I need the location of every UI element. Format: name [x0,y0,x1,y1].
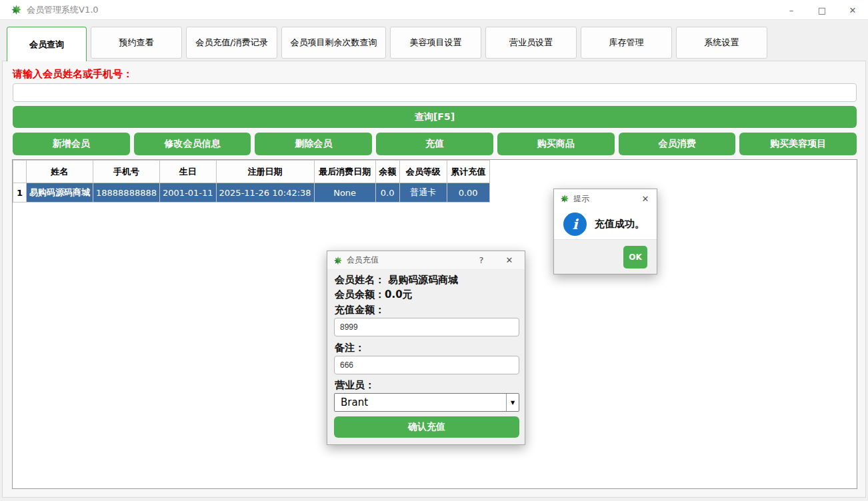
delete-member-button[interactable]: 删除会员 [255,133,372,155]
message-box-body: i 充值成功。 [554,208,657,241]
app-window: 会员管理系统V1.0 – □ ✕ 会员查询 预约查看 会员充值/消费记录 会员项… [0,0,868,501]
message-box-footer: OK [554,239,657,274]
col-register-date[interactable]: 注册日期 [216,161,314,183]
tab-beauty-settings[interactable]: 美容项目设置 [390,27,481,59]
col-name[interactable]: 姓名 [27,161,93,183]
members-table: 姓名 手机号 生日 注册日期 最后消费日期 余额 会员等级 累计充值 1 易购码… [13,160,490,203]
tab-system-settings[interactable]: 系统设置 [676,27,767,59]
col-birthday[interactable]: 生日 [159,161,216,183]
buy-goods-button[interactable]: 购买商品 [497,133,615,155]
buy-beauty-button[interactable]: 购买美容项目 [739,133,857,155]
member-name-label: 会员姓名： [335,274,385,286]
col-balance[interactable]: 余额 [375,161,399,183]
search-label: 请输入会员姓名或手机号： [13,68,133,81]
note-label: 备注： [335,342,365,354]
cell-level[interactable]: 普通卡 [399,183,447,203]
message-box: 提示 ✕ i 充值成功。 OK [553,189,657,274]
recharge-dialog-title: 会员充值 [347,254,379,266]
tab-inventory[interactable]: 库存管理 [581,27,672,59]
help-icon[interactable]: ? [471,251,491,270]
query-button[interactable]: 查询[F5] [13,106,857,128]
tab-clerk-settings[interactable]: 营业员设置 [485,27,577,59]
clerk-select[interactable]: Brant ▼ [334,393,519,412]
leaf-app-icon [333,256,343,265]
leaf-app-icon [560,194,569,203]
action-button-row: 新增会员 修改会员信息 删除会员 充值 购买商品 会员消费 购买美容项目 [13,133,857,155]
cell-balance[interactable]: 0.0 [375,183,399,203]
col-total-recharge[interactable]: 累计充值 [447,161,489,183]
recharge-dialog: 会员充值 ? ✕ 会员姓名： 易购码源码商城 会员余额：0.0元 充值金额： 备… [327,250,525,445]
amount-label: 充值金额： [335,304,385,316]
close-icon[interactable]: ✕ [837,0,868,20]
member-balance-value: 0.0元 [385,288,413,300]
tab-member-query[interactable]: 会员查询 [7,27,87,61]
tab-remaining-times[interactable]: 会员项目剩余次数查询 [281,27,386,59]
window-controls: – □ ✕ [776,0,868,20]
title-bar: 会员管理系统V1.0 – □ ✕ [0,0,868,20]
message-text: 充值成功。 [595,218,645,231]
cell-birthday[interactable]: 2001-01-11 [159,183,216,203]
close-icon[interactable]: ✕ [635,189,655,208]
row-number: 1 [13,183,27,203]
minimize-icon[interactable]: – [776,0,807,20]
col-rownum [13,161,27,183]
search-input[interactable] [13,83,857,102]
cell-phone[interactable]: 18888888888 [93,183,160,203]
close-icon[interactable]: ✕ [499,251,519,270]
clerk-selected-value: Brant [335,396,506,408]
leaf-app-icon [11,4,22,15]
recharge-button[interactable]: 充值 [376,133,493,155]
table-header-row: 姓名 手机号 生日 注册日期 最后消费日期 余额 会员等级 累计充值 [13,161,490,183]
cell-last-consume[interactable]: None [314,183,375,203]
table-row[interactable]: 1 易购码源码商城 18888888888 2001-01-11 2025-11… [13,183,490,203]
window-title: 会员管理系统V1.0 [27,4,99,16]
tab-bar: 会员查询 预约查看 会员充值/消费记录 会员项目剩余次数查询 美容项目设置 营业… [7,27,767,61]
add-member-button[interactable]: 新增会员 [13,133,130,155]
message-box-title: 提示 [573,193,589,205]
maximize-icon[interactable]: □ [807,0,837,20]
cell-total-recharge[interactable]: 0.00 [447,183,489,203]
tab-recharge-records[interactable]: 会员充值/消费记录 [186,27,277,59]
info-icon: i [563,213,587,236]
ok-button[interactable]: OK [623,246,647,268]
cell-name[interactable]: 易购码源码商城 [27,183,93,203]
member-consume-button[interactable]: 会员消费 [619,133,736,155]
cell-register-date[interactable]: 2025-11-26 10:42:38 [216,183,314,203]
amount-input[interactable] [334,318,519,336]
note-input[interactable] [334,356,519,374]
edit-member-button[interactable]: 修改会员信息 [134,133,251,155]
tab-appointments[interactable]: 预约查看 [91,27,182,59]
member-balance-label: 会员余额： [335,288,385,300]
recharge-dialog-titlebar[interactable]: 会员充值 ? ✕ [327,251,525,270]
chevron-down-icon[interactable]: ▼ [506,394,519,411]
clerk-label: 营业员： [335,379,375,392]
member-name-line: 会员姓名： 易购码源码商城 [335,274,458,286]
col-last-consume[interactable]: 最后消费日期 [314,161,375,183]
member-balance-line: 会员余额：0.0元 [335,288,413,301]
confirm-recharge-button[interactable]: 确认充值 [334,416,519,438]
member-name-value: 易购码源码商城 [388,274,458,286]
col-phone[interactable]: 手机号 [93,161,160,183]
message-box-titlebar[interactable]: 提示 ✕ [554,189,657,208]
col-level[interactable]: 会员等级 [399,161,447,183]
